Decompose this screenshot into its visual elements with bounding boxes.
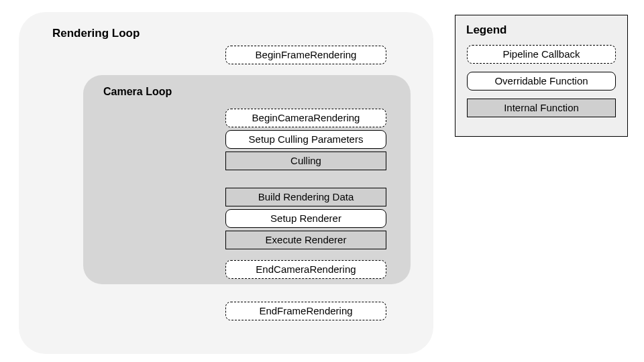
camera-loop-container: Camera Loop [83,75,411,284]
step-begin-camera-rendering: BeginCameraRendering [225,109,386,127]
legend-item-callback: Pipeline Callback [467,45,616,64]
step-setup-renderer: Setup Renderer [225,209,386,228]
legend-item-internal: Internal Function [467,99,616,117]
step-setup-culling-parameters: Setup Culling Parameters [225,130,386,149]
step-begin-frame-rendering: BeginFrameRendering [225,46,386,64]
rendering-loop-title: Rendering Loop [52,27,415,40]
legend-item-overridable: Overridable Function [467,72,616,90]
step-build-rendering-data: Build Rendering Data [225,188,386,206]
step-end-frame-rendering: EndFrameRendering [225,302,386,320]
step-culling: Culling [225,152,386,170]
legend-box: Legend Pipeline Callback Overridable Fun… [455,15,628,137]
legend-title: Legend [466,23,618,37]
step-end-camera-rendering: EndCameraRendering [225,260,386,279]
step-execute-renderer: Execute Renderer [225,231,386,249]
camera-loop-title: Camera Loop [103,86,396,98]
